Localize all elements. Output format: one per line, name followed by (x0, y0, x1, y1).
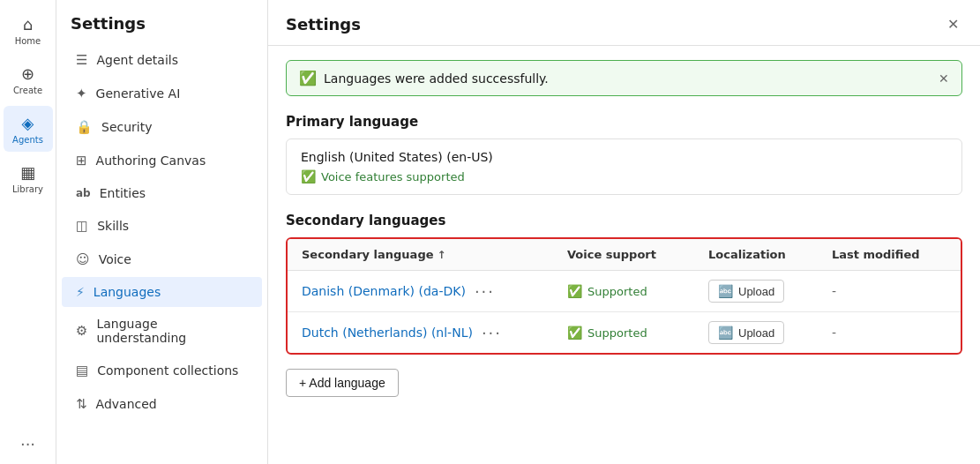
row-actions-danish[interactable]: ··· (475, 282, 495, 301)
sidebar-item-voice[interactable]: ☺ Voice (62, 243, 262, 275)
sidebar-item-label-security: Security (101, 120, 153, 134)
table-header: Secondary language ↑ Voice support Local… (288, 239, 961, 271)
secondary-languages-table: Secondary language ↑ Voice support Local… (286, 237, 962, 355)
table-row: Danish (Denmark) (da-DK) ··· ✅ Supported… (288, 271, 961, 312)
generative-ai-icon: ✦ (76, 86, 87, 101)
sidebar-item-label-entities: Entities (100, 186, 146, 200)
success-banner-left: ✅ Languages were added successfully. (299, 70, 549, 86)
sort-arrow-icon[interactable]: ↑ (438, 249, 446, 261)
col-header-localization: Localization (708, 248, 832, 261)
success-check-icon: ✅ (299, 70, 317, 86)
library-icon: ▦ (20, 163, 35, 182)
sidebar-item-label-generative-ai: Generative AI (96, 86, 181, 101)
primary-language-card: English (United States) (en-US) ✅ Voice … (286, 138, 962, 195)
settings-sidebar: Settings ☰ Agent details ✦ Generative AI… (56, 0, 268, 464)
security-icon: 🔒 (76, 119, 93, 135)
voice-check-icon-danish: ✅ (567, 284, 582, 298)
main-title: Settings (286, 15, 361, 34)
authoring-canvas-icon: ⊞ (76, 153, 87, 168)
close-button[interactable]: ✕ (944, 12, 962, 36)
table-row: Dutch (Netherlands) (nl-NL) ··· ✅ Suppor… (288, 312, 961, 353)
nav-item-agents[interactable]: ◈ Agents (4, 106, 53, 152)
row-language-danish: Danish (Denmark) (da-DK) ··· (302, 282, 567, 301)
advanced-icon: ⇅ (76, 396, 87, 412)
col-header-last-modified: Last modified (832, 248, 946, 261)
sidebar-item-languages[interactable]: ⚡ Languages (62, 277, 262, 307)
sidebar-item-skills[interactable]: ◫ Skills (62, 210, 262, 242)
row-language-dutch: Dutch (Netherlands) (nl-NL) ··· (302, 324, 567, 342)
left-nav: ⌂ Home ⊕ Create ◈ Agents ▦ Library ··· (0, 0, 56, 464)
sidebar-item-authoring-canvas[interactable]: ⊞ Authoring Canvas (62, 145, 262, 176)
sidebar-item-language-understanding[interactable]: ⚙ Language understanding (62, 309, 262, 353)
voice-support-danish: ✅ Supported (567, 284, 708, 298)
nav-label-agents: Agents (12, 135, 43, 145)
sidebar-item-advanced[interactable]: ⇅ Advanced (62, 388, 262, 420)
banner-close-button[interactable]: ✕ (939, 71, 949, 86)
sidebar-title: Settings (56, 0, 267, 43)
sidebar-item-label-skills: Skills (97, 219, 129, 233)
row-actions-dutch[interactable]: ··· (482, 324, 502, 342)
primary-language-title: Primary language (286, 114, 962, 130)
sidebar-item-label-advanced: Advanced (96, 397, 157, 411)
last-modified-danish: - (832, 284, 946, 298)
upload-button-dutch[interactable]: 🔤 Upload (708, 321, 784, 344)
sidebar-item-label-component-collections: Component collections (97, 363, 238, 378)
language-understanding-icon: ⚙ (76, 323, 87, 339)
sidebar-item-agent-details[interactable]: ☰ Agent details (62, 44, 262, 76)
sidebar-item-component-collections[interactable]: ▤ Component collections (62, 355, 262, 386)
localization-dutch: 🔤 Upload (708, 321, 832, 344)
sidebar-item-label-voice: Voice (99, 252, 131, 266)
nav-label-create: Create (13, 86, 42, 95)
last-modified-dutch: - (832, 326, 946, 340)
nav-item-library[interactable]: ▦ Library (4, 155, 53, 201)
success-banner: ✅ Languages were added successfully. ✕ (286, 60, 962, 96)
nav-item-create[interactable]: ⊕ Create (4, 56, 53, 102)
agents-icon: ◈ (22, 114, 34, 132)
add-language-button[interactable]: + Add language (286, 369, 399, 397)
language-link-danish[interactable]: Danish (Denmark) (da-DK) (302, 284, 466, 298)
localization-danish: 🔤 Upload (708, 280, 832, 303)
upload-icon-danish: 🔤 (718, 284, 733, 298)
entities-icon: ab (76, 187, 91, 199)
sidebar-item-security[interactable]: 🔒 Security (62, 111, 262, 143)
language-link-dutch[interactable]: Dutch (Netherlands) (nl-NL) (302, 326, 473, 340)
main-header: Settings ✕ (268, 0, 980, 46)
home-icon: ⌂ (23, 15, 33, 34)
supported-text-dutch: Supported (587, 326, 647, 340)
nav-item-home[interactable]: ⌂ Home (4, 7, 53, 53)
voice-check-icon-dutch: ✅ (567, 326, 582, 340)
content-area: ✅ Languages were added successfully. ✕ P… (268, 46, 980, 464)
check-circle-icon: ✅ (301, 169, 316, 183)
agent-details-icon: ☰ (76, 52, 87, 68)
secondary-languages-title: Secondary languages (286, 213, 962, 228)
sidebar-item-generative-ai[interactable]: ✦ Generative AI (62, 78, 262, 109)
voice-supported-text: Voice features supported (321, 170, 465, 183)
nav-label-home: Home (15, 36, 41, 46)
sidebar-nav: ☰ Agent details ✦ Generative AI 🔒 Securi… (56, 43, 267, 421)
voice-icon: ☺ (76, 251, 90, 267)
create-icon: ⊕ (21, 64, 34, 83)
col-header-voice-support: Voice support (567, 248, 708, 261)
sidebar-item-label-authoring-canvas: Authoring Canvas (96, 153, 206, 168)
supported-text-danish: Supported (587, 285, 647, 298)
upload-button-danish[interactable]: 🔤 Upload (708, 280, 784, 303)
nav-label-library: Library (12, 184, 43, 194)
skills-icon: ◫ (76, 218, 88, 234)
sidebar-item-label-languages: Languages (94, 285, 161, 299)
nav-more-dots[interactable]: ··· (20, 435, 35, 453)
languages-icon: ⚡ (76, 285, 85, 299)
component-collections-icon: ▤ (76, 363, 88, 378)
upload-icon-dutch: 🔤 (718, 326, 733, 340)
sidebar-item-entities[interactable]: ab Entities (62, 178, 262, 208)
voice-supported-indicator: ✅ Voice features supported (301, 169, 947, 183)
sidebar-item-label-language-understanding: Language understanding (96, 317, 248, 345)
success-message: Languages were added successfully. (324, 71, 549, 86)
sidebar-item-label-agent-details: Agent details (96, 53, 178, 67)
primary-language-name: English (United States) (en-US) (301, 150, 947, 164)
voice-support-dutch: ✅ Supported (567, 326, 708, 340)
col-header-language: Secondary language ↑ (302, 248, 567, 261)
main-content: Settings ✕ ✅ Languages were added succes… (268, 0, 980, 464)
